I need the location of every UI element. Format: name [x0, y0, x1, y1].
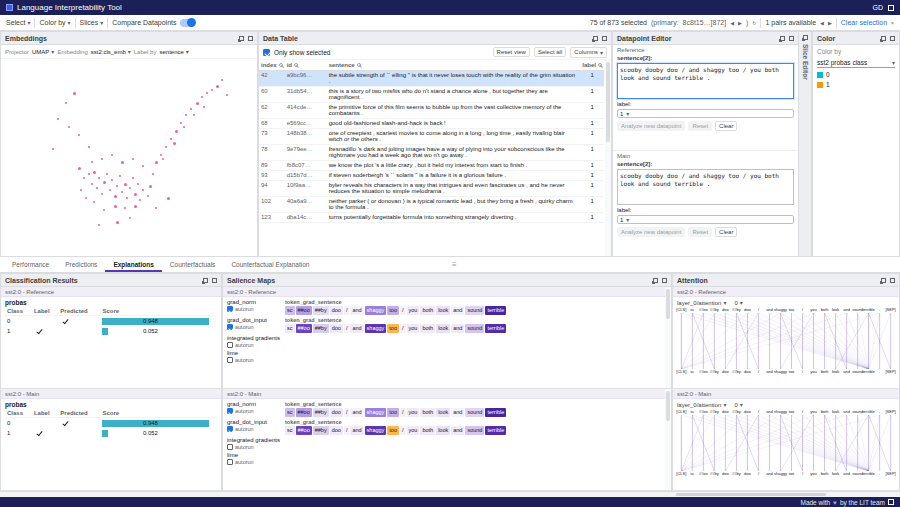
embedding-point[interactable]	[139, 199, 141, 201]
autorun-checkbox[interactable]	[227, 459, 233, 465]
embedding-point[interactable]	[216, 85, 219, 88]
refresh-icon[interactable]: ↻	[752, 20, 756, 26]
tab-performance[interactable]: Performance	[4, 257, 57, 272]
embedding-point[interactable]	[98, 177, 100, 179]
embedding-point[interactable]	[155, 161, 158, 164]
embedding-point[interactable]	[132, 158, 134, 160]
clear-button[interactable]: Clear	[715, 121, 737, 131]
projector-select[interactable]: UMAP▾	[32, 48, 54, 55]
embedding-point[interactable]	[85, 197, 87, 199]
next-pair-button[interactable]: ▶	[828, 20, 832, 26]
scrollbar-thumb[interactable]	[606, 62, 610, 142]
embedding-point[interactable]	[109, 189, 111, 191]
tab-counterfactuals[interactable]: Counterfactuals	[162, 257, 224, 272]
embedding-point[interactable]	[196, 102, 199, 105]
analyze-new-datapoint-button[interactable]: Analyze new datapoint	[617, 121, 685, 131]
compare-datapoints-toggle[interactable]	[180, 19, 195, 27]
embedding-point[interactable]	[116, 185, 118, 187]
labelby-select[interactable]: sentence▾	[159, 48, 188, 55]
embedding-point[interactable]	[88, 146, 90, 148]
search-icon[interactable]	[294, 63, 298, 67]
reset-button[interactable]: Reset	[688, 121, 712, 131]
attention-layer-select[interactable]: layer_0/attention▾	[677, 299, 726, 306]
autorun-checkbox[interactable]	[227, 408, 233, 414]
embedding-point[interactable]	[142, 189, 144, 191]
embedding-point[interactable]	[78, 134, 80, 136]
embedding-point[interactable]	[211, 89, 213, 91]
embedding-point[interactable]	[206, 92, 208, 94]
expand-icon[interactable]	[789, 36, 794, 41]
prev-pair-button[interactable]: ◀	[820, 20, 824, 26]
attention-head-select[interactable]: 0▾	[734, 401, 742, 408]
embedding-point[interactable]	[193, 114, 195, 116]
embedding-point[interactable]	[221, 79, 223, 81]
embedding-point[interactable]	[80, 189, 82, 191]
color-by-menu[interactable]: Color by▾	[39, 19, 70, 26]
embedding-point[interactable]	[78, 167, 81, 170]
embedding-point[interactable]	[134, 193, 137, 196]
popout-icon[interactable]	[780, 36, 785, 41]
window-icon[interactable]	[888, 499, 894, 505]
scrollbar-thumb[interactable]	[676, 493, 826, 496]
table-row[interactable]: 89fb8c07…we know the plot 's a little cr…	[259, 160, 604, 170]
popout-icon[interactable]	[593, 36, 598, 41]
column-header-id[interactable]: id	[285, 60, 327, 70]
embedding-point[interactable]	[121, 161, 124, 164]
table-row[interactable]: 73148b38…one of creepiest , scariest mov…	[259, 128, 604, 144]
embedding-point[interactable]	[106, 173, 108, 175]
embedding-point[interactable]	[114, 195, 117, 198]
popout-icon[interactable]	[803, 35, 808, 40]
search-icon[interactable]	[357, 63, 361, 67]
embedding-point[interactable]	[203, 106, 205, 108]
embedding-point[interactable]	[68, 126, 70, 128]
autorun-checkbox[interactable]	[227, 357, 233, 363]
embedding-point[interactable]	[155, 207, 157, 209]
embedding-point[interactable]	[73, 92, 76, 95]
embedding-point[interactable]	[111, 179, 113, 181]
embedding-point[interactable]	[183, 126, 185, 128]
tab-predictions[interactable]: Predictions	[57, 257, 105, 272]
embedding-point[interactable]	[91, 183, 93, 185]
column-header-index[interactable]: index	[259, 60, 285, 70]
embedding-point[interactable]	[121, 191, 123, 193]
embeddings-canvas[interactable]	[1, 59, 257, 256]
embedding-point[interactable]	[65, 102, 67, 104]
embedding-point[interactable]	[83, 177, 85, 179]
table-row[interactable]: 93d15b7d…if steven soderbergh 's `` sola…	[259, 170, 604, 180]
next-datapoint-button[interactable]: ▶	[738, 20, 742, 26]
embedding-point[interactable]	[96, 187, 98, 189]
horizontal-scrollbar[interactable]	[0, 492, 900, 497]
select-menu[interactable]: Select▾	[6, 19, 30, 26]
popout-icon[interactable]	[239, 36, 244, 41]
embedding-point[interactable]	[149, 185, 152, 188]
popout-icon[interactable]	[881, 278, 886, 283]
sentence-input[interactable]: scooby dooby doo / and shaggy too / you …	[617, 63, 794, 99]
scrollbar-thumb[interactable]	[666, 289, 670, 319]
scrollbar-thumb[interactable]	[666, 391, 670, 421]
expand-icon[interactable]	[890, 36, 895, 41]
sentence-input[interactable]: scooby dooby doo / and shaggy too / you …	[617, 169, 794, 205]
embedding-point[interactable]	[190, 108, 192, 110]
embedding-point[interactable]	[103, 181, 106, 184]
tab-explanations[interactable]: Explanations	[105, 257, 161, 272]
autorun-checkbox[interactable]	[227, 324, 233, 330]
attention-head-select[interactable]: 0▾	[734, 299, 742, 306]
embedding-point[interactable]	[226, 94, 228, 96]
scrollbar[interactable]	[665, 389, 671, 490]
search-icon[interactable]	[598, 63, 602, 67]
embedding-point[interactable]	[93, 201, 95, 203]
expand-icon[interactable]	[890, 278, 895, 283]
column-header-sentence[interactable]: sentence	[327, 60, 581, 70]
scrollbar[interactable]	[665, 287, 671, 388]
user-initials[interactable]: GD	[873, 4, 884, 11]
search-icon[interactable]	[279, 63, 283, 67]
drag-handle[interactable]: ≡	[452, 260, 457, 269]
embedding-point[interactable]	[111, 154, 113, 156]
embedding-point[interactable]	[134, 205, 137, 208]
only-show-selected-checkbox[interactable]	[263, 49, 270, 56]
embedding-point[interactable]	[52, 148, 54, 150]
clear-selection-button[interactable]: Clear selection	[841, 19, 887, 26]
embedding-point[interactable]	[124, 207, 126, 209]
embedding-point[interactable]	[137, 183, 139, 185]
color-by-select[interactable]: sst2 probas class▾	[817, 58, 895, 68]
